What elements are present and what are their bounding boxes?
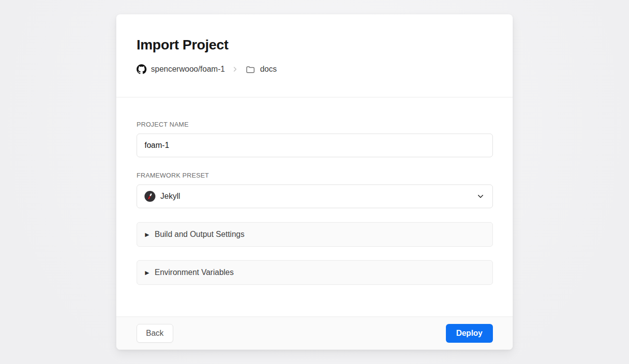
dialog-form: PROJECT NAME FRAMEWORK PRESET Jekyll ▶ B… xyxy=(116,97,513,317)
triangle-right-icon: ▶ xyxy=(145,232,149,237)
environment-variables-accordion[interactable]: ▶ Environment Variables xyxy=(137,260,493,285)
folder-icon xyxy=(245,64,255,74)
framework-selected-value: Jekyll xyxy=(160,192,180,201)
build-output-settings-accordion[interactable]: ▶ Build and Output Settings xyxy=(137,222,493,247)
page-title: Import Project xyxy=(137,37,493,53)
project-name-label: PROJECT NAME xyxy=(137,121,493,128)
chevron-down-icon xyxy=(476,192,485,201)
back-button[interactable]: Back xyxy=(137,324,173,343)
breadcrumb-repo[interactable]: spencerwooo/foam-1 xyxy=(151,65,225,74)
accordion-label: Build and Output Settings xyxy=(154,230,244,239)
jekyll-logo-icon xyxy=(145,191,155,202)
breadcrumb-directory[interactable]: docs xyxy=(260,65,277,74)
import-project-dialog: Import Project spencerwooo/foam-1 docs P… xyxy=(116,14,513,350)
dialog-footer: Back Deploy xyxy=(116,317,513,350)
framework-preset-label: FRAMEWORK PRESET xyxy=(137,172,493,179)
deploy-button[interactable]: Deploy xyxy=(446,324,493,343)
accordion-label: Environment Variables xyxy=(154,268,234,277)
dialog-header: Import Project spencerwooo/foam-1 docs xyxy=(116,14,513,97)
chevron-right-icon xyxy=(231,65,239,73)
github-icon xyxy=(137,64,146,74)
triangle-right-icon: ▶ xyxy=(145,270,149,275)
framework-preset-select[interactable]: Jekyll xyxy=(137,184,493,208)
breadcrumb: spencerwooo/foam-1 docs xyxy=(137,64,493,74)
project-name-input[interactable] xyxy=(137,134,493,157)
